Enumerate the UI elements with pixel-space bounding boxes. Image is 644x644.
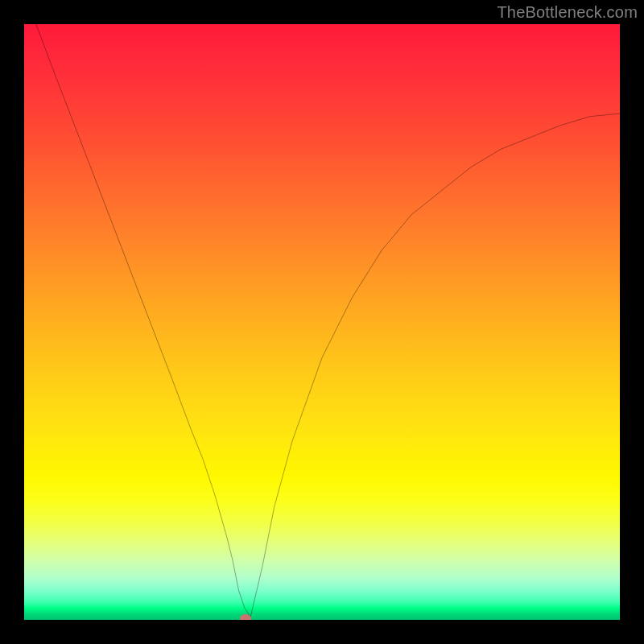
chart-frame: TheBottleneck.com bbox=[0, 0, 644, 644]
plot-area bbox=[24, 24, 620, 620]
optimal-point-marker bbox=[240, 614, 251, 620]
watermark-text: TheBottleneck.com bbox=[497, 3, 638, 22]
bottleneck-curve bbox=[24, 24, 620, 620]
